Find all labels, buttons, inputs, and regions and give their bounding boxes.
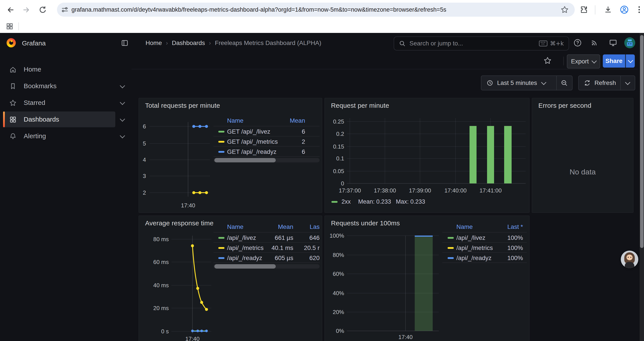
- bookmark-star-icon: [561, 6, 568, 14]
- apps-grid-button[interactable]: [6, 23, 13, 30]
- share-menu-button[interactable]: [626, 55, 635, 68]
- panel-avg-response-time[interactable]: Average response time 80 ms 60 ms 40 ms: [138, 215, 322, 341]
- back-icon: [6, 6, 14, 14]
- toolbar-divider: [595, 5, 595, 15]
- legend-bottom[interactable]: 2xx Mean: 0.233 Max: 0.233: [325, 198, 529, 205]
- apps-grid-icon: [6, 23, 13, 30]
- y-tick: 2: [139, 189, 146, 196]
- profile-button[interactable]: [620, 5, 629, 15]
- downloads-button[interactable]: [604, 6, 612, 14]
- legend-row[interactable]: /api/_/livez 661 µs 646: [214, 234, 320, 241]
- legend-row[interactable]: /api/_/livez 100%: [442, 234, 527, 241]
- news-button[interactable]: [590, 39, 598, 47]
- y-tick: 60 ms: [139, 258, 169, 265]
- url-bar[interactable]: grafana.mathmast.com/d/deytv4rwavabkb/fr…: [57, 3, 575, 17]
- breadcrumb-current: Freeleaps Metrics Dashboard (ALPHA): [215, 40, 321, 47]
- favorite-dashboard-button[interactable]: [544, 57, 552, 65]
- browser-toolbar: grafana.mathmast.com/d/deytv4rwavabkb/fr…: [0, 0, 644, 20]
- legend-scrollbar-thumb[interactable]: [214, 158, 276, 162]
- panel-under-100ms[interactable]: Requests under 100ms 100% 80% 60% 40% 20…: [324, 215, 530, 341]
- breadcrumb-home[interactable]: Home: [146, 40, 162, 47]
- series-swatch: [332, 201, 338, 203]
- zoom-out-icon: [561, 80, 568, 87]
- grafana-logo[interactable]: [6, 38, 16, 47]
- share-button[interactable]: Share: [603, 55, 625, 68]
- legend-table: Name Mean GET /api/_/livez 6 GET /api/_/…: [214, 115, 320, 163]
- series-last: 100%: [507, 244, 523, 251]
- back-button[interactable]: [6, 6, 14, 14]
- legend-scrollbar[interactable]: [214, 264, 320, 269]
- series-swatch: [448, 237, 454, 239]
- legend-col-mean[interactable]: Mean: [290, 117, 305, 124]
- y-tick: 0 s: [139, 328, 169, 335]
- screen: grafana.mathmast.com/d/deytv4rwavabkb/fr…: [0, 0, 644, 341]
- legend-col-name[interactable]: Name: [456, 223, 473, 230]
- legend-row[interactable]: GET /api/_/metrics 2: [214, 138, 320, 145]
- sidebar-item-starred[interactable]: Starred: [3, 95, 115, 111]
- forward-button[interactable]: [22, 6, 31, 14]
- tune-icon[interactable]: [62, 6, 68, 13]
- y-tick: 6: [139, 123, 146, 130]
- page-scrollbar-thumb[interactable]: [640, 35, 644, 248]
- search-input[interactable]: Search or jump to... ⌘+k: [394, 37, 569, 51]
- chevron-down-icon[interactable]: [120, 83, 125, 88]
- panel-title: Errors per second: [538, 102, 592, 109]
- series-name: GET /api/_/livez: [227, 128, 270, 135]
- chevron-down-icon[interactable]: [120, 100, 125, 105]
- sidebar-item-label: Home: [24, 66, 41, 73]
- time-range-picker[interactable]: Last 5 minutes: [481, 76, 556, 90]
- y-tick: 0.15: [325, 143, 344, 150]
- legend-col-last[interactable]: Las: [310, 223, 320, 230]
- legend-row[interactable]: /api/_/readyz 605 µs 620: [214, 254, 320, 261]
- y-tick: 4: [139, 156, 146, 163]
- sidebar-collapse-button[interactable]: [121, 40, 128, 47]
- sidebar-item-home[interactable]: Home: [3, 62, 115, 77]
- y-tick: 80 ms: [139, 236, 169, 243]
- sidebar: Home Bookmarks Starred Dashboards Alerti…: [0, 53, 132, 341]
- legend-row[interactable]: /api/_/metrics 100%: [442, 244, 527, 251]
- chevron-down-icon[interactable]: [120, 133, 125, 138]
- legend-row[interactable]: GET /api/_/readyz 6: [214, 148, 320, 155]
- series-swatch: [448, 247, 454, 249]
- export-button[interactable]: Export: [567, 55, 600, 69]
- y-tick: 100%: [325, 232, 344, 239]
- sidebar-item-bookmarks[interactable]: Bookmarks: [3, 78, 115, 94]
- chevron-down-icon[interactable]: [120, 116, 125, 122]
- url-text[interactable]: grafana.mathmast.com/d/deytv4rwavabkb/fr…: [72, 3, 549, 17]
- reload-button[interactable]: [38, 6, 47, 14]
- legend-scrollbar-thumb[interactable]: [214, 264, 276, 269]
- panel-total-requests[interactable]: Total requests per minute 6 5 4 3 2 17:4…: [138, 98, 322, 213]
- y-tick: 0.05: [325, 168, 344, 175]
- legend-row[interactable]: GET /api/_/livez 6: [214, 128, 320, 135]
- zoom-out-button[interactable]: [556, 76, 572, 90]
- help-button[interactable]: [574, 39, 582, 47]
- series-name: 2xx: [342, 198, 351, 205]
- display-button[interactable]: [609, 39, 617, 47]
- user-avatar[interactable]: [624, 37, 635, 48]
- legend-col-mean[interactable]: Mean: [278, 223, 293, 230]
- refresh-button[interactable]: Refresh: [579, 76, 620, 90]
- legend-col-name[interactable]: Name: [227, 117, 244, 124]
- chevron-down-icon: [592, 58, 597, 63]
- legend-scrollbar[interactable]: [214, 158, 320, 162]
- sidebar-item-label: Bookmarks: [24, 82, 56, 90]
- series-swatch: [218, 141, 224, 143]
- assistant-avatar[interactable]: [621, 251, 638, 268]
- breadcrumb-dashboards[interactable]: Dashboards: [172, 40, 205, 47]
- browser-menu-button[interactable]: [636, 5, 642, 14]
- panel-errors-per-second[interactable]: Errors per second No data: [532, 98, 634, 213]
- legend-col-name[interactable]: Name: [227, 223, 244, 230]
- y-tick: 0: [325, 180, 344, 187]
- request-per-minute-chart[interactable]: [325, 98, 529, 212]
- legend-row[interactable]: /api/_/metrics 40.1 ms 20.5 r: [214, 244, 320, 251]
- legend-row[interactable]: /api/_/readyz 100%: [442, 254, 527, 261]
- legend-col-last[interactable]: Last *: [507, 223, 523, 230]
- sidebar-item-dashboards[interactable]: Dashboards: [3, 112, 115, 127]
- bookmark-page-button[interactable]: [561, 6, 568, 14]
- refresh-interval-button[interactable]: [620, 76, 635, 90]
- panel-request-per-minute[interactable]: Request per minute 0.25 0.2 0.15 0.1: [324, 98, 530, 213]
- extensions-button[interactable]: [580, 6, 588, 14]
- sidebar-item-alerting[interactable]: Alerting: [3, 128, 115, 144]
- series-mean: 40.1 ms: [271, 244, 293, 251]
- forward-icon: [22, 6, 31, 14]
